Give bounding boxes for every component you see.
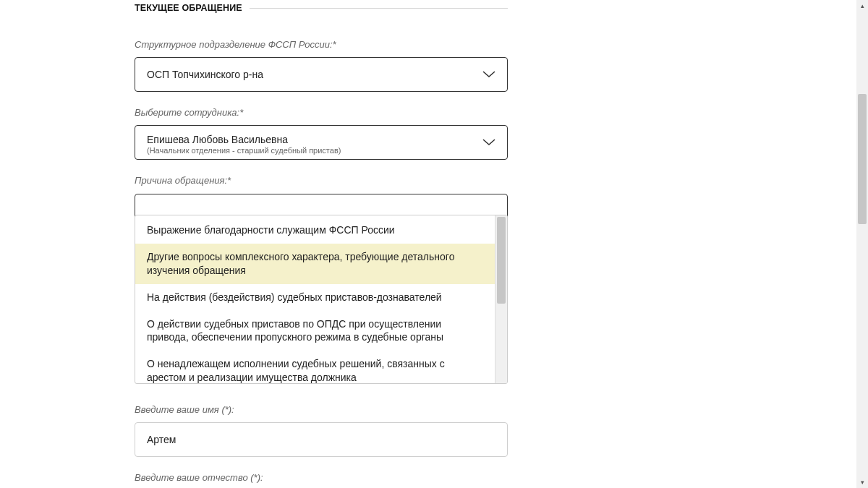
dropdown-list: Выражение благодарности служащим ФССП Ро… <box>135 215 495 383</box>
dropdown-option[interactable]: Другие вопросы комплексного характера, т… <box>135 244 495 284</box>
dropdown-option[interactable]: Выражение благодарности служащим ФССП Ро… <box>135 217 495 244</box>
department-label: Структурное подразделение ФССП России:* <box>135 38 508 51</box>
first-name-value: Артем <box>147 434 176 445</box>
page-scrollbar[interactable]: ▴ ▾ <box>856 0 868 488</box>
employee-label: Выберите сотрудника:* <box>135 106 508 119</box>
department-select[interactable]: ОСП Топчихинского р-на <box>135 57 508 92</box>
scroll-down-arrow-icon[interactable]: ▾ <box>856 476 868 488</box>
employee-select[interactable]: Епишева Любовь Васильевна (Начальник отд… <box>135 125 508 160</box>
patronymic-label: Введите ваше отчество (*): <box>135 471 508 484</box>
dropdown-option[interactable]: О ненадлежащем исполнении судебных решен… <box>135 351 495 383</box>
section-title: ТЕКУЩЕЕ ОБРАЩЕНИЕ <box>135 3 508 15</box>
section-title-text: ТЕКУЩЕЕ ОБРАЩЕНИЕ <box>135 3 242 13</box>
department-value: ОСП Топчихинского р-на <box>147 69 263 80</box>
dropdown-scrollbar[interactable] <box>495 215 507 383</box>
scroll-up-arrow-icon[interactable]: ▴ <box>856 0 868 12</box>
chevron-down-icon <box>482 71 495 78</box>
dropdown-option[interactable]: На действия (бездействия) судебных прист… <box>135 284 495 311</box>
page-scrollbar-thumb[interactable] <box>858 94 867 224</box>
dropdown-option[interactable]: О действии судебных приставов по ОПДС пр… <box>135 311 495 351</box>
employee-subvalue: (Начальник отделения - старший судебный … <box>147 146 341 155</box>
reason-label: Причина обращения:* <box>135 174 508 187</box>
section-divider <box>250 8 508 9</box>
first-name-label: Введите ваше имя (*): <box>135 403 508 416</box>
dropdown-scrollbar-thumb[interactable] <box>497 217 506 304</box>
reason-dropdown[interactable]: Выражение благодарности служащим ФССП Ро… <box>135 215 508 384</box>
chevron-down-icon <box>482 139 495 146</box>
employee-value: Епишева Любовь Васильевна <box>147 134 288 145</box>
first-name-input[interactable]: Артем <box>135 422 508 457</box>
page-body: ТЕКУЩЕЕ ОБРАЩЕНИЕ Структурное подразделе… <box>0 0 856 488</box>
